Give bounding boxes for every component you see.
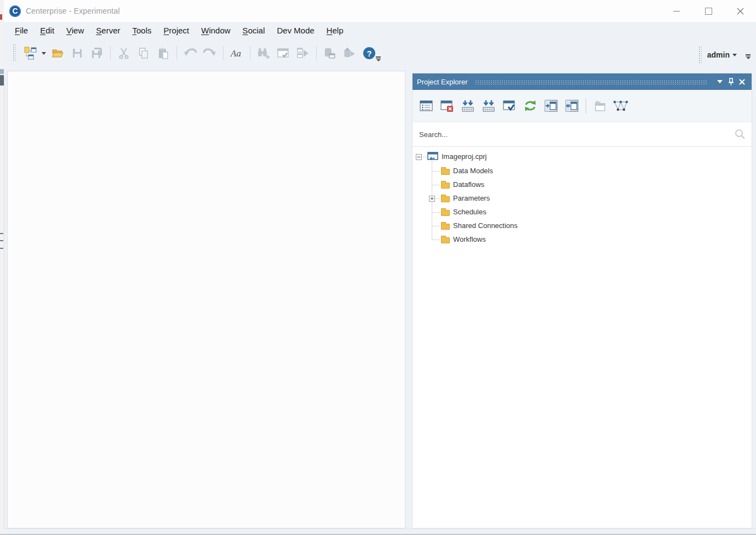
folder-icon <box>441 237 450 243</box>
search-icon[interactable] <box>734 128 746 140</box>
pin-icon <box>728 78 735 86</box>
new-flow-dropdown-icon <box>24 47 37 60</box>
dock-split-icon <box>565 99 579 113</box>
menu-item-project[interactable]: Project <box>158 24 196 37</box>
open-folder-icon <box>51 47 64 60</box>
tree-node-label[interactable]: Imageproj.cprj <box>442 152 486 161</box>
paste-button[interactable] <box>153 44 173 62</box>
folder-icon <box>441 224 450 230</box>
toolbar-grip[interactable] <box>698 46 702 64</box>
open-button[interactable] <box>48 44 67 62</box>
save-all-button[interactable] <box>87 44 107 62</box>
tree-node-label[interactable]: Data Models <box>453 167 493 175</box>
tree-collapse-toggle[interactable]: − <box>416 154 422 160</box>
get-all-items-icon <box>482 99 496 113</box>
svg-text:?: ? <box>366 49 371 58</box>
panel-close-button[interactable] <box>736 76 747 88</box>
tree-node-label[interactable]: Parameters <box>453 194 490 202</box>
new-flow-button[interactable] <box>20 44 40 62</box>
chevron-down-icon <box>42 52 46 55</box>
toolbar-separator <box>110 46 111 60</box>
save-button[interactable] <box>67 44 87 62</box>
menu-item-tools[interactable]: Tools <box>127 24 158 37</box>
tree-node-label[interactable]: Dataflows <box>453 180 484 189</box>
verify-project-button[interactable] <box>500 97 519 115</box>
get-all-items-button[interactable] <box>479 97 498 115</box>
svg-text:Aa: Aa <box>230 48 241 59</box>
user-toolbar-overflow-button[interactable] <box>746 54 751 59</box>
tree-node-shared-connections[interactable]: Shared Connections <box>413 219 752 233</box>
panel-pin-button[interactable] <box>725 76 736 88</box>
panel-position-button[interactable] <box>714 76 725 88</box>
help-icon: ? <box>362 46 376 60</box>
close-icon <box>737 8 744 15</box>
project-properties-icon <box>419 99 433 113</box>
find-icon <box>256 47 271 60</box>
find-button[interactable] <box>254 44 273 62</box>
tree-children: Data ModelsDataflows+ParametersSchedules… <box>413 164 752 247</box>
project-tree: −Imageproj.cprjData ModelsDataflows+Para… <box>413 147 752 528</box>
dock-split-button[interactable] <box>563 97 581 115</box>
remove-from-project-icon <box>440 99 454 113</box>
dock-preview-button[interactable] <box>542 97 560 115</box>
new-flow-dropdown-caret[interactable] <box>40 44 48 62</box>
menu-item-help[interactable]: Help <box>320 24 350 37</box>
menu-item-window[interactable]: Window <box>195 24 236 37</box>
project-properties-button[interactable] <box>417 97 436 115</box>
verify-project-icon <box>502 99 517 113</box>
project-explorer-header[interactable]: Project Explorer <box>413 73 752 90</box>
search-input[interactable] <box>418 130 734 139</box>
deploy-database-icon <box>323 47 337 60</box>
verify-button[interactable] <box>273 44 293 62</box>
maximize-icon <box>705 8 712 15</box>
maximize-button[interactable] <box>692 0 724 22</box>
close-icon <box>739 79 745 85</box>
tree-node-workflows[interactable]: Workflows <box>413 233 752 247</box>
tree-node-label[interactable]: Shared Connections <box>453 221 518 230</box>
linked-window-button[interactable] <box>591 97 609 115</box>
project-explorer-panel: Project Explorer <box>412 73 752 528</box>
dependency-graph-button[interactable] <box>611 97 630 115</box>
redo-icon <box>203 47 217 60</box>
deploy-database-button[interactable] <box>320 44 340 62</box>
chevron-down-icon[interactable] <box>732 54 737 56</box>
design-canvas[interactable] <box>7 71 405 528</box>
tree-node-schedules[interactable]: Schedules <box>413 206 752 219</box>
menu-item-file[interactable]: File <box>9 24 34 37</box>
tree-node-label[interactable]: Schedules <box>453 208 486 216</box>
tree-node-root[interactable]: −Imageproj.cprj <box>413 150 752 164</box>
get-items-button[interactable] <box>459 97 477 115</box>
run-button[interactable] <box>293 44 313 62</box>
menu-item-server[interactable]: Server <box>90 24 126 37</box>
menu-item-dev-mode[interactable]: Dev Mode <box>271 24 320 37</box>
tree-node-data-models[interactable]: Data Models <box>413 164 752 178</box>
toolbar-overflow-button[interactable] <box>376 56 381 61</box>
tree-node-parameters[interactable]: +Parameters <box>413 192 752 206</box>
copy-button[interactable] <box>134 44 153 62</box>
desktop-artifact-strip <box>0 0 4 535</box>
tree-node-dataflows[interactable]: Dataflows <box>413 178 752 192</box>
user-menu-label[interactable]: admin <box>707 50 730 59</box>
dock-preview-icon <box>544 99 558 113</box>
tree-node-label[interactable]: Workflows <box>453 235 486 243</box>
run-database-icon <box>342 47 357 60</box>
menu-item-view[interactable]: View <box>60 24 90 37</box>
paste-icon <box>157 47 170 60</box>
refresh-button[interactable] <box>521 97 540 115</box>
redo-button[interactable] <box>200 44 220 62</box>
run-database-button[interactable] <box>340 44 359 62</box>
panel-drag-handle[interactable] <box>475 80 708 84</box>
menu-item-social[interactable]: Social <box>237 24 271 37</box>
undo-button[interactable] <box>180 44 200 62</box>
tree-expand-toggle[interactable]: + <box>429 196 435 202</box>
menu-bar: FileEditViewServerToolsProjectWindowSoci… <box>4 22 756 38</box>
toolbar-separator <box>176 46 177 60</box>
minimize-button[interactable] <box>661 0 692 22</box>
verify-window-icon <box>276 47 290 60</box>
remove-from-project-button[interactable] <box>438 97 456 115</box>
toolbar-grip[interactable] <box>13 44 16 61</box>
font-button[interactable]: Aa <box>227 44 247 62</box>
cut-button[interactable] <box>114 44 134 62</box>
close-button[interactable] <box>724 0 756 22</box>
menu-item-edit[interactable]: Edit <box>34 24 60 37</box>
